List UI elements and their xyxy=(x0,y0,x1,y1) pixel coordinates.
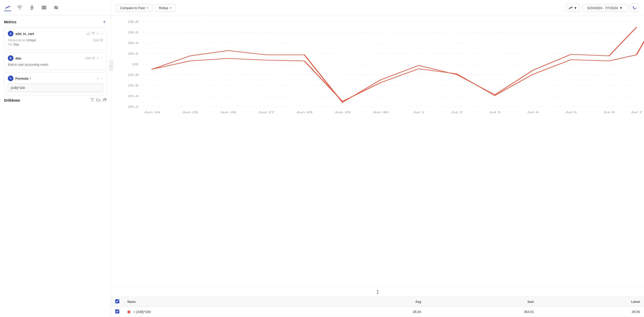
formula-header: fx Formula ℹ × ··· xyxy=(8,76,103,81)
svg-text:25.4: 25.4 xyxy=(128,95,138,98)
svg-text:26.4: 26.4 xyxy=(128,41,138,44)
expand-collapse-icon: ▲ ▼ xyxy=(376,289,379,295)
user-id-label-b: User ID xyxy=(85,56,95,60)
refresh-button[interactable] xyxy=(630,4,639,12)
svg-text:26.8: 26.8 xyxy=(128,20,138,23)
row-avg: 26.04 xyxy=(324,307,425,317)
drilldown-title: Drilldown xyxy=(4,98,20,102)
select-all-checkbox[interactable] xyxy=(115,299,119,303)
link-tab-icon[interactable] xyxy=(28,4,35,11)
formula-more-icon[interactable]: ··· xyxy=(100,76,103,80)
metric-b-more-icon[interactable]: ··· xyxy=(100,56,103,60)
sidebar: Metrics + A add_to_cart × xyxy=(0,0,111,317)
svg-text:Jul 7: Jul 7 xyxy=(631,111,642,114)
settings-tab-icon[interactable] xyxy=(53,4,60,11)
table-header-avg: Avg xyxy=(324,297,425,307)
add-metric-button[interactable]: + xyxy=(102,19,107,25)
date-range-button[interactable]: 6/24/2024 - 7/7/2024 ▼ xyxy=(582,4,628,12)
metric-a-refresh-icon[interactable] xyxy=(86,32,90,36)
svg-text:Jul 4: Jul 4 xyxy=(527,111,539,114)
row-checkbox-cell xyxy=(111,307,123,317)
chart-type-button[interactable]: ▼ xyxy=(566,4,580,12)
toolbar-left: Compare to Past ▼ Rollup ▼ xyxy=(116,4,176,12)
rollup-chevron: ▼ xyxy=(170,7,172,9)
filter-tab-icon[interactable] xyxy=(16,4,23,11)
metric-a-name: add_to_cart xyxy=(15,32,84,36)
line-chart-svg: .grid-line { stroke: #e8e8e8; stroke-wid… xyxy=(119,21,636,117)
sidebar-content: Metrics + A add_to_cart × xyxy=(0,15,111,314)
data-table-section: ▲ ▼ Name Avg Sum Latest xyxy=(111,287,644,317)
row-checkbox[interactable] xyxy=(115,309,119,313)
metric-a-filter-icon[interactable] xyxy=(91,32,95,36)
metrics-title: Metrics xyxy=(4,20,16,24)
formula-title: Formula ℹ xyxy=(15,77,95,80)
metric-b-desc: Built-in user accounting metric xyxy=(8,63,49,66)
drilldown-users-icon[interactable] xyxy=(102,98,107,103)
table-header-checkbox xyxy=(111,297,123,307)
svg-text:25.2: 25.2 xyxy=(128,105,138,108)
metric-a-close-icon[interactable]: × xyxy=(97,32,99,36)
metric-card-b: B dau User ID × ··· Built-in user accoun… xyxy=(4,52,107,70)
metrics-tab-icon[interactable] xyxy=(4,4,11,11)
chart-type-chevron: ▼ xyxy=(574,6,577,10)
table-header-name: Name xyxy=(123,297,324,307)
compare-to-past-chevron: ▼ xyxy=(146,7,149,9)
row-name-cell: = (A/B)*100: xyxy=(123,307,324,317)
formula-close-icon[interactable]: × xyxy=(97,76,99,80)
svg-point-9 xyxy=(105,99,106,100)
svg-rect-5 xyxy=(45,6,46,9)
main-content: Compare to Past ▼ Rollup ▼ ▼ 6/24/2024 -… xyxy=(111,0,644,317)
svg-text:26.6: 26.6 xyxy=(128,31,138,34)
formula-actions: × ··· xyxy=(97,76,103,80)
refresh-icon xyxy=(633,6,637,10)
formula-info-icon[interactable]: ℹ xyxy=(30,77,31,80)
metric-a-badge: A xyxy=(8,31,13,36)
metric-b-meta: Built-in user accounting metric xyxy=(8,63,103,66)
drilldown-folder-icon[interactable] xyxy=(96,98,100,103)
svg-rect-3 xyxy=(42,6,43,9)
svg-point-0 xyxy=(7,7,7,8)
svg-rect-4 xyxy=(43,6,44,9)
table-row: = (A/B)*100: 26.04 364.61 26.56 xyxy=(111,307,644,317)
svg-text:Jul 3: Jul 3 xyxy=(489,111,500,114)
metric-card-a: A add_to_cart × ··· M xyxy=(4,28,107,50)
per-label: Per xyxy=(8,43,13,46)
row-sum: 364.61 xyxy=(425,307,538,317)
expand-collapse-button[interactable]: ▲ ▼ xyxy=(111,287,644,297)
metric-a-more-icon[interactable]: ··· xyxy=(100,32,103,36)
row-latest: 26.56 xyxy=(538,307,644,317)
line-chart-icon xyxy=(569,6,573,10)
svg-point-2 xyxy=(9,6,10,7)
compare-to-past-button[interactable]: Compare to Past ▼ xyxy=(116,4,152,12)
date-range-label: 6/24/2024 - 7/7/2024 xyxy=(588,6,618,10)
svg-text:Jun 27: Jun 27 xyxy=(258,111,274,114)
svg-text:Jul 1: Jul 1 xyxy=(413,111,424,114)
chart-container: .grid-line { stroke: #e8e8e8; stroke-wid… xyxy=(111,16,644,287)
data-table: Name Avg Sum Latest = xyxy=(111,297,644,317)
date-range-chevron: ▼ xyxy=(619,6,623,10)
svg-text:Jul 5: Jul 5 xyxy=(565,111,577,114)
svg-text:Jun 26: Jun 26 xyxy=(220,111,236,114)
drilldown-filter-icon[interactable] xyxy=(90,98,94,103)
toolbar-right: ▼ 6/24/2024 - 7/7/2024 ▼ xyxy=(566,4,639,12)
svg-text:Jun 24: Jun 24 xyxy=(144,111,160,114)
metric-b-name: dau xyxy=(15,56,83,60)
metric-b-close-icon[interactable]: × xyxy=(97,56,99,60)
sidebar-collapse-button[interactable]: ‹ xyxy=(109,61,113,71)
metric-a-header: A add_to_cart × ··· xyxy=(8,31,103,36)
formula-input[interactable] xyxy=(8,84,103,92)
metric-b-actions: User ID × ··· xyxy=(85,56,103,60)
drilldown-header: Drilldown xyxy=(4,98,107,103)
measured-as-value: Unique xyxy=(26,38,36,42)
svg-point-8 xyxy=(103,98,105,100)
svg-text:Jun 28: Jun 28 xyxy=(296,111,312,114)
svg-text:Jul 6: Jul 6 xyxy=(603,111,615,114)
table-header-row: Name Avg Sum Latest xyxy=(111,297,644,307)
row-name: = (A/B)*100: xyxy=(133,310,151,314)
main-toolbar: Compare to Past ▼ Rollup ▼ ▼ 6/24/2024 -… xyxy=(111,0,644,16)
metric-b-badge: B xyxy=(8,55,13,61)
rollup-button[interactable]: Rollup ▼ xyxy=(155,4,176,12)
svg-point-7 xyxy=(56,8,57,9)
columns-tab-icon[interactable] xyxy=(40,4,48,11)
per-value: Day xyxy=(14,43,19,46)
